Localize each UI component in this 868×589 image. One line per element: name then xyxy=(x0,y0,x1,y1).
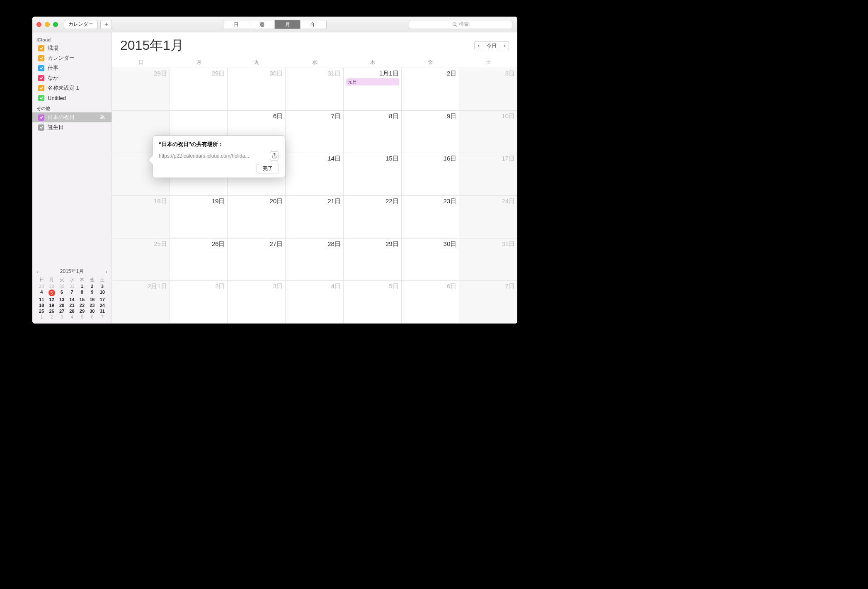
calendar-checkbox[interactable] xyxy=(38,95,44,101)
minical-prev[interactable]: ‹ xyxy=(36,269,38,274)
minical-day[interactable]: 12 xyxy=(46,297,56,302)
minical-day[interactable]: 6 xyxy=(87,314,97,319)
day-cell[interactable]: 2月1日 xyxy=(112,281,170,324)
day-cell[interactable]: 6日 xyxy=(402,281,460,324)
minical-day[interactable]: 30 xyxy=(57,284,67,289)
day-cell[interactable]: 5日 xyxy=(344,281,402,324)
day-cell[interactable]: 2日 xyxy=(170,281,228,324)
day-cell[interactable]: 10日 xyxy=(459,111,517,153)
minical-day[interactable]: 26 xyxy=(46,309,56,314)
minical-day[interactable]: 27 xyxy=(57,309,67,314)
minical-day[interactable]: 24 xyxy=(97,303,107,308)
minical-day[interactable]: 29 xyxy=(77,309,87,314)
day-cell[interactable]: 23日 xyxy=(402,196,460,239)
day-cell[interactable]: 3日 xyxy=(459,68,517,111)
day-cell[interactable]: 26日 xyxy=(170,239,228,281)
calendar-checkbox[interactable] xyxy=(38,75,44,81)
minical-day[interactable]: 31 xyxy=(97,309,107,314)
view-day[interactable]: 日 xyxy=(223,20,249,29)
minical-day[interactable]: 6 xyxy=(57,290,67,296)
done-button[interactable]: 完了 xyxy=(257,164,279,173)
minical-day[interactable]: 28 xyxy=(67,309,77,314)
day-cell[interactable]: 21日 xyxy=(286,196,344,239)
day-cell[interactable]: 8日 xyxy=(344,111,402,153)
minical-day[interactable]: 30 xyxy=(87,309,97,314)
day-cell[interactable]: 30日 xyxy=(402,239,460,281)
minical-day[interactable]: 11 xyxy=(36,297,46,302)
minical-day[interactable]: 22 xyxy=(77,303,87,308)
minical-day[interactable]: 3 xyxy=(57,314,67,319)
minical-day[interactable]: 19 xyxy=(46,303,56,308)
minical-day[interactable]: 10 xyxy=(97,290,107,296)
minical-day[interactable]: 28 xyxy=(36,284,46,289)
minical-day[interactable]: 5 xyxy=(77,314,87,319)
minical-day[interactable]: 25 xyxy=(36,309,46,314)
minical-day[interactable]: 13 xyxy=(57,297,67,302)
day-cell[interactable]: 2日 xyxy=(402,68,460,111)
minical-day[interactable]: 8 xyxy=(77,290,87,296)
day-cell[interactable]: 25日 xyxy=(112,239,170,281)
minical-next[interactable]: › xyxy=(106,269,107,274)
calendars-button[interactable]: カレンダー xyxy=(64,20,98,29)
minical-day[interactable]: 2 xyxy=(87,284,97,289)
day-cell[interactable]: 30日 xyxy=(228,68,286,111)
share-url[interactable]: https://p22-calendars.icloud.com/holida.… xyxy=(159,153,267,159)
minical-day[interactable]: 3 xyxy=(97,284,107,289)
sidebar-item[interactable]: 日本の祝日 xyxy=(32,112,112,122)
minical-day[interactable]: 17 xyxy=(97,297,107,302)
minical-day[interactable]: 16 xyxy=(87,297,97,302)
day-cell[interactable]: 24日 xyxy=(459,196,517,239)
sidebar-item[interactable]: カレンダー xyxy=(32,53,112,63)
sidebar-item[interactable]: 誕生日 xyxy=(32,122,112,132)
minical-day[interactable]: 4 xyxy=(36,290,46,296)
day-cell[interactable]: 29日 xyxy=(170,68,228,111)
prev-month-button[interactable]: ‹ xyxy=(475,41,483,50)
day-cell[interactable]: 4日 xyxy=(286,281,344,324)
day-cell[interactable]: 19日 xyxy=(170,196,228,239)
day-cell[interactable]: 16日 xyxy=(402,153,460,196)
view-year[interactable]: 年 xyxy=(301,20,326,29)
minical-day[interactable]: 14 xyxy=(67,297,77,302)
day-cell[interactable]: 29日 xyxy=(344,239,402,281)
sidebar-item[interactable]: 職場 xyxy=(32,43,112,53)
day-cell[interactable]: 20日 xyxy=(228,196,286,239)
calendar-checkbox[interactable] xyxy=(38,45,44,51)
sidebar-item[interactable]: Untitled xyxy=(32,93,112,103)
minical-day[interactable]: 2 xyxy=(46,314,56,319)
day-cell[interactable]: 14日 xyxy=(286,153,344,196)
minical-day[interactable]: 20 xyxy=(57,303,67,308)
calendar-checkbox[interactable] xyxy=(38,55,44,61)
day-cell[interactable]: 17日 xyxy=(459,153,517,196)
minical-day[interactable]: 18 xyxy=(36,303,46,308)
search-input[interactable]: 検索 xyxy=(409,20,512,29)
minical-day[interactable]: 31 xyxy=(67,284,77,289)
day-cell[interactable]: 28日 xyxy=(112,68,170,111)
event[interactable]: 元日 xyxy=(346,78,399,85)
minical-day[interactable]: 29 xyxy=(46,284,56,289)
minical-day[interactable]: 7 xyxy=(67,290,77,296)
minical-day[interactable]: 4 xyxy=(67,314,77,319)
day-cell[interactable]: 18日 xyxy=(112,196,170,239)
minical-day[interactable]: 7 xyxy=(97,314,107,319)
sidebar-item[interactable]: 名称未設定 1 xyxy=(32,83,112,93)
day-cell[interactable]: 15日 xyxy=(344,153,402,196)
day-cell[interactable]: 22日 xyxy=(344,196,402,239)
day-cell[interactable]: 7日 xyxy=(459,281,517,324)
day-cell[interactable]: 7日 xyxy=(286,111,344,153)
day-cell[interactable]: 31日 xyxy=(459,239,517,281)
minical-day[interactable]: 5 xyxy=(48,290,55,296)
day-cell[interactable]: 1月1日元日 xyxy=(344,68,402,111)
calendar-checkbox[interactable] xyxy=(38,65,44,71)
view-week[interactable]: 週 xyxy=(249,20,275,29)
calendar-checkbox[interactable] xyxy=(38,85,44,91)
day-cell[interactable]: 27日 xyxy=(228,239,286,281)
day-cell[interactable]: 9日 xyxy=(402,111,460,153)
minical-day[interactable]: 21 xyxy=(67,303,77,308)
sidebar-item[interactable]: 仕事 xyxy=(32,63,112,73)
minical-day[interactable]: 1 xyxy=(36,314,46,319)
calendar-checkbox[interactable] xyxy=(38,124,44,131)
minimize-icon[interactable] xyxy=(45,22,50,27)
share-button[interactable] xyxy=(270,151,279,161)
minical-day[interactable]: 15 xyxy=(77,297,87,302)
day-cell[interactable]: 28日 xyxy=(286,239,344,281)
